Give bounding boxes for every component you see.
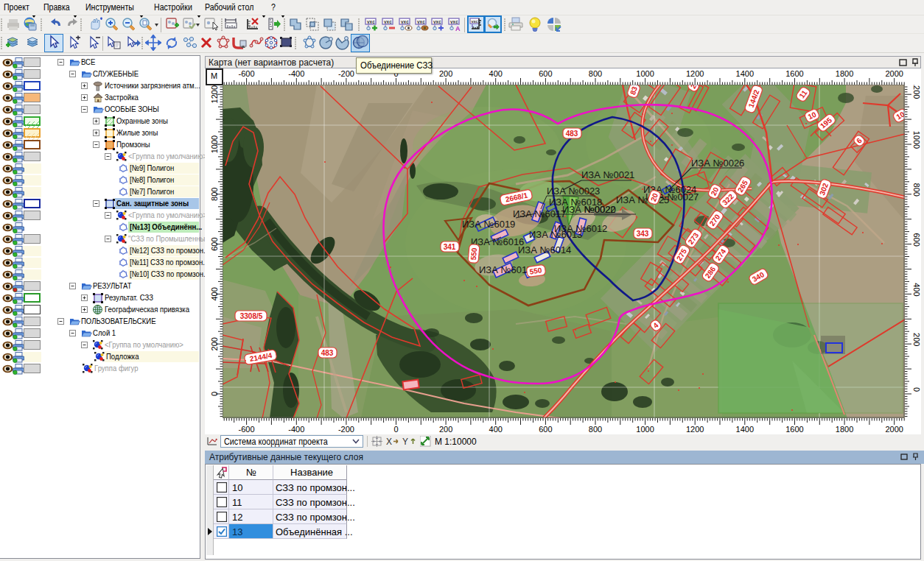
svg-text:800: 800 — [912, 183, 921, 197]
svg-text:550: 550 — [469, 247, 478, 261]
svg-text:343: 343 — [637, 230, 649, 238]
svg-text:-600: -600 — [239, 425, 255, 434]
svg-text:1400: 1400 — [736, 425, 754, 434]
svg-text:2000: 2000 — [885, 425, 903, 434]
svg-text:0: 0 — [912, 387, 921, 392]
svg-text:800: 800 — [210, 188, 219, 201]
svg-text:1000: 1000 — [636, 425, 654, 434]
svg-text:1200: 1200 — [912, 81, 921, 99]
svg-text:vxc: vxc — [384, 19, 392, 24]
svg-text:1000: 1000 — [636, 69, 654, 78]
svg-text:341: 341 — [444, 243, 456, 251]
svg-text:vxc: vxc — [417, 19, 425, 24]
svg-text:ИЗА №0023: ИЗА №0023 — [547, 186, 600, 197]
svg-text:vxc: vxc — [367, 19, 375, 24]
svg-text:ИЗА №6014: ИЗА №6014 — [518, 244, 571, 255]
svg-text:800: 800 — [589, 425, 602, 434]
svg-text:1600: 1600 — [785, 69, 803, 78]
svg-text:1800: 1800 — [836, 425, 853, 434]
svg-text:A: A — [455, 25, 461, 32]
svg-text:400: 400 — [210, 287, 219, 300]
svg-text:ИЗА №6013: ИЗА №6013 — [529, 229, 582, 240]
svg-text:-400: -400 — [288, 425, 304, 434]
svg-text:ИЗА №0021: ИЗА №0021 — [581, 169, 634, 180]
svg-text:1200: 1200 — [686, 69, 704, 78]
svg-text:1000: 1000 — [912, 131, 921, 149]
svg-text:ИЗА №6017: ИЗА №6017 — [513, 208, 566, 219]
svg-text:ИЗА №6019: ИЗА №6019 — [462, 219, 515, 230]
svg-text:1600: 1600 — [785, 425, 803, 434]
svg-text:ИЗА №6015: ИЗА №6015 — [479, 264, 532, 275]
svg-text:1000: 1000 — [210, 135, 219, 153]
svg-text:-600: -600 — [239, 69, 255, 78]
svg-text:1200: 1200 — [686, 425, 704, 434]
svg-text:-200: -200 — [338, 69, 354, 78]
svg-text:200: 200 — [210, 337, 219, 350]
svg-text:400: 400 — [912, 283, 921, 296]
svg-text:600: 600 — [539, 425, 552, 434]
svg-text:800: 800 — [589, 69, 602, 78]
svg-text:vxc: vxc — [450, 19, 458, 24]
svg-text:400: 400 — [489, 425, 503, 434]
svg-text:600: 600 — [539, 69, 552, 78]
svg-text:600: 600 — [912, 233, 921, 246]
svg-text:2000: 2000 — [885, 69, 903, 78]
svg-text:ИЗА №0026: ИЗА №0026 — [691, 158, 744, 169]
svg-text:1400: 1400 — [736, 69, 754, 78]
svg-text:0: 0 — [210, 392, 219, 396]
svg-text:600: 600 — [210, 237, 219, 250]
svg-text:-400: -400 — [288, 69, 304, 78]
svg-text:vxc: vxc — [401, 19, 409, 24]
svg-text:-200: -200 — [338, 425, 354, 434]
svg-text:200: 200 — [439, 425, 452, 434]
svg-text:vxc: vxc — [433, 19, 441, 24]
svg-text:483: 483 — [321, 349, 334, 357]
svg-text:3308/5: 3308/5 — [240, 312, 263, 320]
svg-text:1800: 1800 — [836, 69, 853, 78]
svg-text:200: 200 — [439, 69, 452, 78]
svg-text:483: 483 — [566, 130, 578, 138]
svg-text:0: 0 — [393, 425, 398, 434]
svg-text:1200: 1200 — [210, 85, 219, 103]
svg-text:№0020: №0020 — [584, 204, 616, 215]
svg-text:400: 400 — [489, 69, 503, 78]
svg-text:200: 200 — [912, 333, 921, 346]
svg-text:vxc: vxc — [472, 19, 478, 24]
